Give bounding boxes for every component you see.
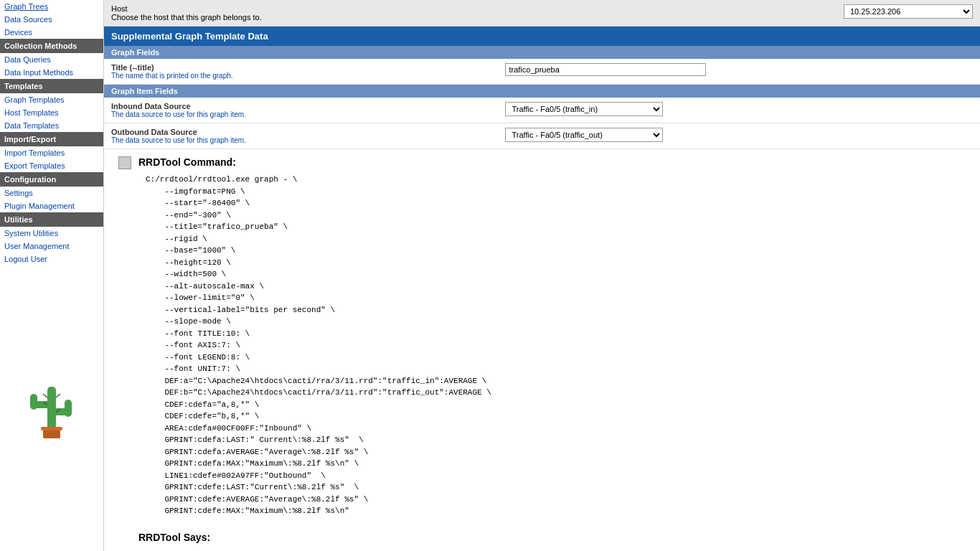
outbound-select-cell: Traffic - Fa0/5 (traffic_out)	[498, 123, 980, 149]
main-content: Host Choose the host that this graph bel…	[104, 0, 980, 551]
section-title-bar: Supplemental Graph Template Data	[104, 27, 980, 46]
sidebar-item-data-queries[interactable]: Data Queries	[0, 53, 103, 66]
title-input-cell	[498, 59, 980, 85]
host-row-left: Host Choose the host that this graph bel…	[111, 4, 837, 22]
title-row: Title (--title) The name that is printed…	[104, 59, 980, 85]
inbound-field-label: Inbound Data Source	[111, 102, 491, 110]
outbound-datasource-row: Outbound Data Source The data source to …	[104, 123, 980, 149]
sidebar-item-system-utilities[interactable]: System Utilities	[0, 227, 103, 240]
title-field-desc: The name that is printed on the graph.	[111, 72, 491, 80]
svg-line-5	[43, 394, 47, 397]
sidebar-item-import-templates[interactable]: Import Templates	[0, 146, 103, 159]
svg-line-7	[56, 394, 60, 397]
outbound-field-label: Outbound Data Source	[111, 128, 491, 136]
graph-fields-table: Title (--title) The name that is printed…	[104, 59, 980, 85]
sidebar-header-collection-methods: Collection Methods	[0, 39, 103, 53]
graph-fields-header: Graph Fields	[104, 46, 980, 59]
sidebar-header-templates: Templates	[0, 79, 103, 93]
title-field-label: Title (--title)	[111, 63, 491, 72]
outbound-field-desc: The data source to use for this graph it…	[111, 136, 491, 144]
host-row-right: 10.25.223.206	[844, 4, 973, 19]
sidebar-item-graph-trees[interactable]: Graph Trees	[0, 0, 103, 13]
sidebar-item-plugin-management[interactable]: Plugin Management	[0, 199, 103, 212]
sidebar-item-user-management[interactable]: User Management	[0, 240, 103, 253]
inbound-datasource-select[interactable]: Traffic - Fa0/5 (traffic_in)	[505, 102, 663, 116]
sidebar-logo	[0, 265, 103, 551]
rrdtool-says-title: RRDTool Says:	[138, 532, 966, 543]
host-label: Host	[111, 4, 837, 13]
sidebar: Graph Trees Data Sources Devices Collect…	[0, 0, 104, 551]
host-row: Host Choose the host that this graph bel…	[104, 0, 980, 27]
svg-rect-0	[47, 387, 56, 430]
sidebar-item-settings[interactable]: Settings	[0, 187, 103, 199]
inbound-datasource-row: Inbound Data Source The data source to u…	[104, 98, 980, 123]
sidebar-header-utilities: Utilities	[0, 212, 103, 227]
sidebar-header-configuration: Configuration	[0, 172, 103, 187]
sidebar-item-data-input-methods[interactable]: Data Input Methods	[0, 66, 103, 79]
inbound-label-cell: Inbound Data Source The data source to u…	[104, 98, 498, 123]
title-label-cell: Title (--title) The name that is printed…	[104, 59, 498, 85]
svg-rect-4	[65, 400, 72, 417]
svg-rect-2	[30, 394, 37, 410]
sidebar-item-data-templates[interactable]: Data Templates	[0, 119, 103, 132]
graph-preview-icon	[118, 156, 131, 169]
title-input[interactable]	[505, 63, 706, 76]
sidebar-item-logout-user[interactable]: Logout User	[0, 253, 103, 265]
graph-item-fields-header: Graph Item Fields	[104, 85, 980, 98]
inbound-select-cell: Traffic - Fa0/5 (traffic_in)	[498, 98, 980, 123]
rrdtool-command-text: C:/rrdtool/rrdtool.exe graph - \ --imgfo…	[146, 174, 966, 517]
rrdtool-section: RRDTool Command: C:/rrdtool/rrdtool.exe …	[104, 149, 980, 550]
inbound-field-desc: The data source to use for this graph it…	[111, 110, 491, 118]
graph-item-fields-table: Inbound Data Source The data source to u…	[104, 98, 980, 149]
host-description: Choose the host that this graph belongs …	[111, 13, 837, 22]
outbound-label-cell: Outbound Data Source The data source to …	[104, 123, 498, 149]
sidebar-item-data-sources[interactable]: Data Sources	[0, 13, 103, 26]
host-select[interactable]: 10.25.223.206	[844, 4, 973, 19]
sidebar-item-export-templates[interactable]: Export Templates	[0, 159, 103, 172]
sidebar-item-graph-templates[interactable]: Graph Templates	[0, 93, 103, 106]
outbound-datasource-select[interactable]: Traffic - Fa0/5 (traffic_out)	[505, 128, 663, 142]
sidebar-header-import-export: Import/Export	[0, 132, 103, 146]
svg-rect-10	[41, 427, 62, 430]
sidebar-item-devices[interactable]: Devices	[0, 26, 103, 39]
sidebar-item-host-templates[interactable]: Host Templates	[0, 106, 103, 119]
rrdtool-command-title: RRDTool Command:	[138, 156, 966, 168]
